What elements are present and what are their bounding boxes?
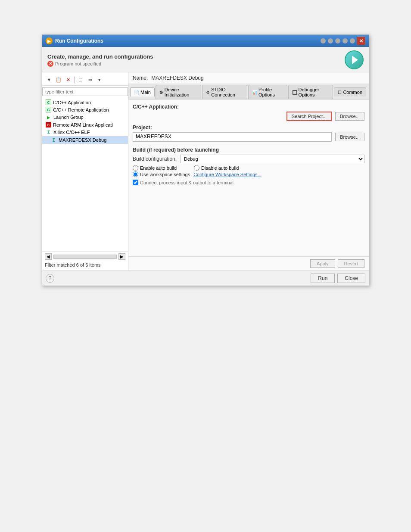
new-config-button[interactable]: ▼ <box>45 75 53 84</box>
error-icon: ✕ <box>47 61 53 67</box>
dot2 <box>328 38 333 44</box>
collapse-button[interactable]: ☐ <box>76 75 85 84</box>
browse-button-1[interactable]: Browse... <box>335 112 364 121</box>
tree-item-maxrefdesx[interactable]: Σ MAXREFDESX Debug <box>42 136 128 144</box>
close-footer-button[interactable]: Close <box>337 274 365 283</box>
project-value: MAXREFDESX <box>133 132 332 142</box>
dot3 <box>335 38 340 44</box>
cpp-application-label: C/C++ Application: <box>133 104 364 110</box>
name-label: Name: <box>133 75 148 81</box>
enable-auto-build-label: Enable auto build <box>140 165 177 171</box>
toolbar-separator <box>74 76 75 83</box>
cpp-application-icon: C <box>46 100 51 105</box>
project-section: Project: MAXREFDESX Browse... <box>133 124 364 142</box>
build-config-select[interactable]: Debug <box>180 155 364 163</box>
apply-revert-row: Apply Revert <box>128 256 369 271</box>
window-close-button[interactable]: ✕ <box>357 37 365 45</box>
run-configurations-window: ▶ Run Configurations ✕ Create, manage, a… <box>42 34 369 286</box>
run-button[interactable] <box>345 50 364 69</box>
title-dots <box>321 37 355 45</box>
scroll-left-btn[interactable]: ◀ <box>45 253 52 260</box>
help-icon[interactable]: ? <box>46 274 54 283</box>
build-section: Build (if required) before launching Bui… <box>133 145 364 185</box>
window-title: Run Configurations <box>55 38 103 44</box>
tab-debugger[interactable]: 🔲 Debugger Options <box>288 85 333 99</box>
enable-auto-build-radio[interactable]: Enable auto build <box>133 165 177 171</box>
project-label: Project: <box>133 124 364 131</box>
filter-input[interactable] <box>42 87 128 96</box>
copy-config-button[interactable]: 📋 <box>54 75 63 84</box>
tree-item-launch-group-label: Launch Group <box>53 115 84 120</box>
tab-device-label: Device Initialization <box>165 87 197 97</box>
use-workspace-input[interactable] <box>133 171 138 177</box>
scroll-right-btn[interactable]: ▶ <box>118 253 125 260</box>
run-config-icon: ▶ <box>46 37 53 44</box>
more-button[interactable]: ▾ <box>95 75 104 84</box>
cpp-remote-icon: C <box>46 107 51 112</box>
footer-buttons: Run Close <box>311 274 365 283</box>
left-panel: ▼ 📋 ✕ ☐ ⇒ ▾ C C/C++ Application C C/C++ … <box>42 72 128 271</box>
disable-auto-build-radio[interactable]: Disable auto build <box>194 165 239 171</box>
maxrefdesx-icon: Σ <box>51 137 57 143</box>
run-footer-button[interactable]: Run <box>311 274 335 283</box>
run-triangle-icon <box>352 56 358 64</box>
build-config-label: Build configuration: <box>133 156 177 162</box>
tab-common-icon: ☐ <box>338 90 342 95</box>
tree-item-cpp-remote[interactable]: C C/C++ Remote Application <box>42 106 128 113</box>
content-area: C/C++ Application: Search Project... Bro… <box>128 100 369 256</box>
connect-process-label: Connect process input & output to a term… <box>140 180 235 185</box>
launch-group-icon: ▶ <box>46 114 52 120</box>
dot4 <box>342 38 348 44</box>
dot5 <box>350 38 355 44</box>
tree-item-xilinx[interactable]: Σ Xilinx C/C++ ELF <box>42 128 128 136</box>
title-bar-controls: ✕ <box>321 37 365 45</box>
tab-common[interactable]: ☐ Common <box>334 87 366 96</box>
header-text-area: Create, manage, and run configurations ✕… <box>47 53 153 67</box>
horizontal-scrollbar[interactable] <box>53 255 117 259</box>
header-title: Create, manage, and run configurations <box>47 53 153 60</box>
tab-stdio-icon: ⚙ <box>206 90 210 95</box>
header-subtitle-text: Program not specified <box>55 61 101 66</box>
header-area: Create, manage, and run configurations ✕… <box>42 47 369 72</box>
name-value: MAXREFDESX Debug <box>151 75 203 81</box>
connect-process-checkbox[interactable] <box>133 180 138 185</box>
revert-button[interactable]: Revert <box>338 259 364 268</box>
cpp-application-row: Search Project... Browse... <box>133 112 364 121</box>
left-toolbar: ▼ 📋 ✕ ☐ ⇒ ▾ <box>42 74 128 86</box>
main-body: ▼ 📋 ✕ ☐ ⇒ ▾ C C/C++ Application C C/C++ … <box>42 72 369 271</box>
expand-button[interactable]: ⇒ <box>86 75 94 84</box>
disable-auto-build-input[interactable] <box>194 165 199 171</box>
disable-auto-build-label: Disable auto build <box>201 165 239 171</box>
use-workspace-radio[interactable]: Use workspace settings <box>133 171 190 177</box>
title-bar-left: ▶ Run Configurations <box>46 37 103 44</box>
apply-button[interactable]: Apply <box>310 259 335 268</box>
filter-status: Filter matched 6 of 6 items <box>42 261 128 269</box>
tree-items: C C/C++ Application C C/C++ Remote Appli… <box>42 98 128 252</box>
tree-item-xilinx-label: Xilinx C/C++ ELF <box>53 130 90 135</box>
cpp-application-section: C/C++ Application: Search Project... Bro… <box>133 104 364 121</box>
use-workspace-label: Use workspace settings <box>140 172 190 177</box>
browse-button-2[interactable]: Browse... <box>335 133 364 141</box>
tab-device-icon: ⚙ <box>159 90 163 95</box>
configure-workspace-link[interactable]: Configure Workspace Settings... <box>193 172 262 177</box>
project-field-row: MAXREFDESX Browse... <box>133 132 364 142</box>
tree-item-maxrefdesx-label: MAXREFDESX Debug <box>59 137 106 143</box>
tab-main[interactable]: 📄 Main <box>130 87 155 96</box>
search-project-button[interactable]: Search Project... <box>286 112 332 121</box>
tab-profile[interactable]: 📊 Profile Options <box>248 85 287 99</box>
header-subtitle: ✕ Program not specified <box>47 61 153 67</box>
title-bar: ▶ Run Configurations ✕ <box>42 35 369 47</box>
connect-process-row: Connect process input & output to a term… <box>133 180 364 185</box>
enable-auto-build-input[interactable] <box>133 165 138 171</box>
tree-item-remote-arm[interactable]: R Remote ARM Linux Applicati <box>42 121 128 128</box>
radio-row: Enable auto build Disable auto build <box>133 165 364 171</box>
delete-config-button[interactable]: ✕ <box>64 75 72 84</box>
tab-device-init[interactable]: ⚙ Device Initialization <box>156 85 201 99</box>
tree-item-cpp-application[interactable]: C C/C++ Application <box>42 99 128 106</box>
workspace-row: Use workspace settings Configure Workspa… <box>133 171 364 177</box>
tab-main-label: Main <box>140 90 151 95</box>
tab-stdio[interactable]: ⚙ STDIO Connection <box>202 85 247 99</box>
xilinx-icon: Σ <box>46 129 52 135</box>
left-bottom: ◀ ▶ Filter matched 6 of 6 items <box>42 252 128 269</box>
tree-item-launch-group[interactable]: ▶ Launch Group <box>42 113 128 121</box>
